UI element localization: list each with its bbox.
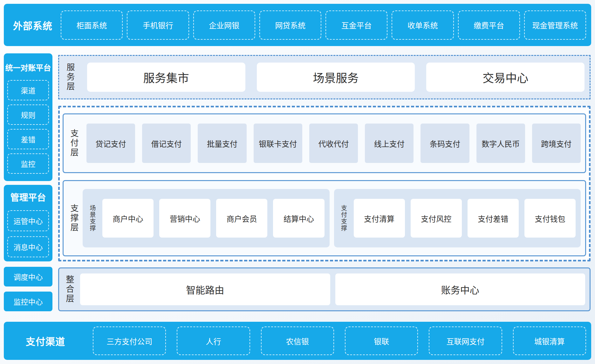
support-layer-panel: 支撑层 场景支撑 商户中心 营销中心 商户会员 结算中心 支付支撑 支付清算 支…: [63, 180, 586, 256]
support-box-merchant-member: 商户会员: [216, 199, 267, 238]
support-box-payment-discrepancy: 支付差错: [468, 199, 519, 238]
service-box-service-market: 服务集市: [87, 63, 245, 92]
core-layers-panel: 支付层 贷记支付 借记支付 批量支付 银联卡支付 代收代付 线上支付 条码支付 …: [58, 106, 591, 261]
reconciliation-chip-channel: 渠道: [7, 80, 49, 100]
scenario-support-label: 场景支撑: [88, 205, 97, 232]
support-box-payment-risk: 支付风控: [411, 199, 462, 238]
support-box-marketing-center: 营销中心: [159, 199, 210, 238]
integration-box-accounting-center: 账务中心: [335, 273, 585, 305]
external-system-chip-corporate-ebank: 企业网银: [193, 10, 255, 40]
support-box-merchant-center: 商户中心: [102, 199, 154, 238]
payment-support-label: 支付支撑: [339, 205, 348, 232]
pay-box-unionpay-card: 银联卡支付: [254, 124, 302, 163]
reconciliation-chip-rules: 规则: [7, 104, 49, 125]
reconciliation-chip-monitoring: 监控: [7, 153, 49, 174]
integration-layer-panel: 整合层 智能路由 账务中心: [58, 267, 591, 311]
service-box-trade-center: 交易中心: [426, 63, 585, 92]
external-system-chip-mobile-banking: 手机银行: [127, 10, 189, 40]
support-box-settlement-center: 结算中心: [273, 199, 324, 238]
channel-chip-city-bank-clearing: 城银清算: [513, 327, 586, 355]
monitor-center-box: 监控中心: [4, 292, 52, 311]
service-box-scenario-service: 场景服务: [257, 63, 415, 92]
scenario-support-group: 场景支撑 商户中心 营销中心 商户会员 结算中心: [83, 189, 330, 247]
integration-layer-label: 整合层: [64, 275, 75, 304]
reconciliation-chip-discrepancy: 差错: [7, 129, 49, 149]
pay-box-online: 线上支付: [365, 124, 414, 163]
external-systems-title: 外部系统: [9, 18, 57, 32]
pay-box-digital-rmb: 数字人民币: [476, 124, 525, 163]
reconciliation-platform-block: 统一对账平台 渠道 规则 差错 监控: [4, 53, 52, 181]
payment-support-group: 支付支撑 支付清算 支付风控 支付差错 支付钱包: [334, 189, 581, 247]
pay-box-batch: 批量支付: [198, 124, 246, 163]
support-box-payment-clearing: 支付清算: [354, 199, 405, 238]
external-system-chip-acquiring: 收单系统: [392, 10, 454, 40]
payment-layer-panel: 支付层 贷记支付 借记支付 批量支付 银联卡支付 代收代付 线上支付 条码支付 …: [63, 113, 586, 173]
channel-chip-third-party: 三方支付公司: [93, 327, 166, 355]
integration-box-smart-routing: 智能路由: [80, 273, 330, 305]
channel-chip-pboc: 人行: [177, 327, 250, 355]
pay-box-cross-border: 跨境支付: [532, 124, 581, 163]
payment-channels-bar: 支付渠道 三方支付公司 人行 农信银 银联 互联网支付 城银清算: [4, 322, 591, 360]
pay-box-barcode: 条码支付: [421, 124, 469, 163]
channel-chip-internet-payment: 互联网支付: [429, 327, 502, 355]
architecture-diagram: 外部系统 柜面系统 手机银行 企业网银 网贷系统 互金平台 收单系统 缴费平台 …: [0, 0, 595, 364]
payment-layer-label: 支付层: [68, 129, 79, 158]
reconciliation-platform-title: 统一对账平台: [4, 53, 52, 76]
payment-channels-title: 支付渠道: [9, 334, 82, 348]
external-systems-bar: 外部系统 柜面系统 手机银行 企业网银 网贷系统 互金平台 收单系统 缴费平台 …: [4, 4, 591, 46]
service-layer-label: 服务层: [64, 63, 76, 91]
management-chip-message-center: 消息中心: [7, 236, 49, 257]
channel-chip-rural-credit: 农信银: [261, 327, 334, 355]
management-platform-block: 管理平台 运管中心 消息中心: [4, 185, 52, 261]
support-box-payment-wallet: 支付钱包: [524, 199, 576, 238]
pay-box-collection: 代收代付: [309, 124, 358, 163]
external-system-chip-bill-payment: 缴费平台: [458, 10, 520, 40]
external-system-chip-counter: 柜面系统: [61, 10, 123, 40]
support-layer-label: 支撑层: [68, 204, 79, 233]
support-groups: 场景支撑 商户中心 营销中心 商户会员 结算中心 支付支撑 支付清算 支付风控 …: [83, 189, 581, 247]
dispatch-center-box: 调度中心: [4, 267, 52, 286]
channel-chip-unionpay: 银联: [345, 327, 418, 355]
pay-box-debit: 借记支付: [142, 124, 191, 163]
external-system-chip-online-loan: 网贷系统: [259, 10, 321, 40]
external-system-chip-cash-management: 现金管理系统: [524, 10, 586, 40]
pay-box-credit: 贷记支付: [86, 124, 135, 163]
external-system-chip-internet-finance: 互金平台: [325, 10, 387, 40]
service-layer-panel: 服务层 服务集市 场景服务 交易中心: [58, 55, 591, 99]
management-chip-operation-center: 运管中心: [7, 210, 49, 231]
management-platform-title: 管理平台: [4, 185, 52, 205]
